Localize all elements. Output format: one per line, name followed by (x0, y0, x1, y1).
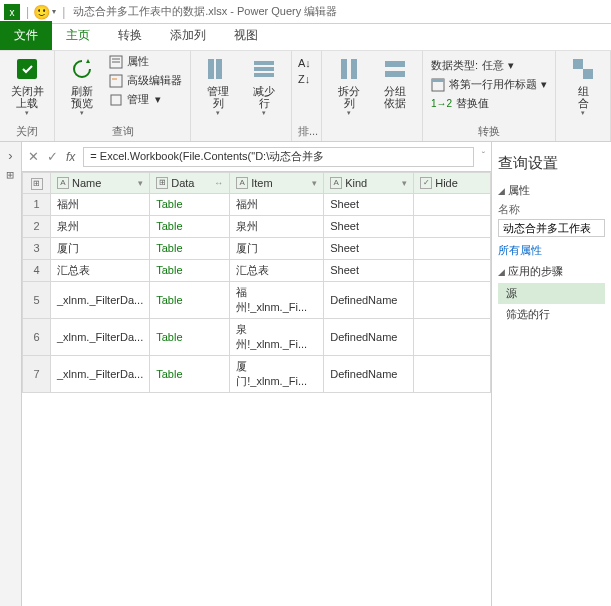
tab-file[interactable]: 文件 (0, 21, 52, 50)
data-grid[interactable]: ⊞ AName▾ ⊞Data↔ AItem▾ AKind▾ ✓Hide 1 福州… (22, 172, 491, 606)
table-row[interactable]: 3 厦门 Table 厦门 Sheet (23, 237, 491, 259)
formula-expand-button[interactable]: ˇ (482, 151, 485, 162)
sort-asc-button[interactable]: A↓ (298, 57, 311, 69)
cell-kind[interactable]: DefinedName (324, 281, 414, 318)
cell-kind[interactable]: DefinedName (324, 318, 414, 355)
col-data[interactable]: ⊞Data↔ (150, 173, 230, 194)
row-number[interactable]: 7 (23, 355, 51, 392)
col-kind[interactable]: AKind▾ (324, 173, 414, 194)
cell-item[interactable]: 福州 (230, 193, 324, 215)
cell-hidden[interactable] (414, 318, 491, 355)
row-number[interactable]: 5 (23, 281, 51, 318)
qat-dropdown-icon[interactable]: ▾ (52, 7, 56, 16)
corner-cell[interactable]: ⊞ (23, 173, 51, 194)
cell-name[interactable]: 汇总表 (51, 259, 150, 281)
cell-name[interactable]: 泉州 (51, 215, 150, 237)
table-row[interactable]: 5 _xlnm._FilterDa... Table 福州!_xlnm._Fi.… (23, 281, 491, 318)
step-filter[interactable]: 筛选的行 (498, 304, 605, 325)
smiley-icon[interactable]: 🙂 (33, 4, 50, 20)
cell-kind[interactable]: Sheet (324, 237, 414, 259)
row-number[interactable]: 1 (23, 193, 51, 215)
tab-home[interactable]: 主页 (52, 21, 104, 50)
row-number[interactable]: 2 (23, 215, 51, 237)
fx-icon[interactable]: fx (66, 150, 75, 164)
cell-data[interactable]: Table (150, 215, 230, 237)
cell-name[interactable]: _xlnm._FilterDa... (51, 318, 150, 355)
replace-values-button[interactable]: 1→2 替换值 (429, 95, 549, 112)
table-row[interactable]: 7 _xlnm._FilterDa... Table 厦门!_xlnm._Fi.… (23, 355, 491, 392)
cell-item[interactable]: 汇总表 (230, 259, 324, 281)
cell-hidden[interactable] (414, 237, 491, 259)
cell-item[interactable]: 厦门!_xlnm._Fi... (230, 355, 324, 392)
cell-data[interactable]: Table (150, 355, 230, 392)
col-item[interactable]: AItem▾ (230, 173, 324, 194)
refresh-button[interactable]: 刷新 预览 ▾ (61, 53, 103, 119)
close-load-button[interactable]: 关闭并 上载 ▾ (6, 53, 48, 119)
cell-name[interactable]: 福州 (51, 193, 150, 215)
group-sort: A↓ Z↓ 排... (292, 51, 322, 141)
query-name-input[interactable] (498, 219, 605, 237)
svg-rect-20 (573, 59, 583, 69)
datatype-button[interactable]: 数据类型: 任意 ▾ (429, 57, 549, 74)
tab-addcolumn[interactable]: 添加列 (156, 21, 220, 50)
cell-name[interactable]: 厦门 (51, 237, 150, 259)
filter-icon[interactable]: ▾ (138, 178, 143, 188)
cell-name[interactable]: _xlnm._FilterDa... (51, 281, 150, 318)
first-row-header-button[interactable]: 将第一行用作标题 ▾ (429, 76, 549, 93)
advanced-editor-button[interactable]: 高级编辑器 (107, 72, 184, 89)
cell-data[interactable]: Table (150, 193, 230, 215)
cell-hidden[interactable] (414, 259, 491, 281)
col-name[interactable]: AName▾ (51, 173, 150, 194)
step-source[interactable]: 源 (498, 283, 605, 304)
cell-kind[interactable]: Sheet (324, 259, 414, 281)
settings-steps-header[interactable]: 应用的步骤 (498, 264, 605, 279)
row-number[interactable]: 3 (23, 237, 51, 259)
formula-input[interactable] (83, 147, 473, 167)
manage-button[interactable]: 管理▾ (107, 91, 184, 108)
formula-cancel-button[interactable]: ✕ (28, 149, 39, 164)
queries-pane-toggle[interactable]: › (8, 148, 12, 163)
cell-hidden[interactable] (414, 193, 491, 215)
table-row[interactable]: 6 _xlnm._FilterDa... Table 泉州!_xlnm._Fi.… (23, 318, 491, 355)
cell-data[interactable]: Table (150, 237, 230, 259)
settings-properties-header[interactable]: 属性 (498, 183, 605, 198)
filter-icon[interactable]: ▾ (402, 178, 407, 188)
group-close: 关闭并 上载 ▾ 关闭 (0, 51, 55, 141)
cell-hidden[interactable] (414, 215, 491, 237)
all-properties-link[interactable]: 所有属性 (498, 243, 605, 258)
cell-kind[interactable]: Sheet (324, 193, 414, 215)
cell-item[interactable]: 福州!_xlnm._Fi... (230, 281, 324, 318)
tab-view[interactable]: 视图 (220, 21, 272, 50)
reduce-rows-button[interactable]: 减少 行 ▾ (243, 53, 285, 119)
cell-item[interactable]: 泉州 (230, 215, 324, 237)
editor-icon (109, 74, 123, 88)
table-row[interactable]: 2 泉州 Table 泉州 Sheet (23, 215, 491, 237)
cell-data[interactable]: Table (150, 281, 230, 318)
cell-data[interactable]: Table (150, 318, 230, 355)
cell-item[interactable]: 厦门 (230, 237, 324, 259)
properties-button[interactable]: 属性 (107, 53, 184, 70)
combine-button[interactable]: 组 合 ▾ (562, 53, 604, 119)
cell-hidden[interactable] (414, 355, 491, 392)
split-column-button[interactable]: 拆分 列 ▾ (328, 53, 370, 119)
sort-desc-button[interactable]: Z↓ (298, 73, 310, 85)
filter-icon[interactable]: ▾ (312, 178, 317, 188)
table-row[interactable]: 4 汇总表 Table 汇总表 Sheet (23, 259, 491, 281)
manage-columns-button[interactable]: 管理 列 ▾ (197, 53, 239, 119)
table-row[interactable]: 1 福州 Table 福州 Sheet (23, 193, 491, 215)
cell-kind[interactable]: DefinedName (324, 355, 414, 392)
queries-icon[interactable]: ⊞ (5, 171, 16, 179)
groupby-button[interactable]: 分组 依据 (374, 53, 416, 111)
col-hidden[interactable]: ✓Hide (414, 173, 491, 194)
expand-icon[interactable]: ↔ (214, 178, 223, 188)
formula-confirm-button[interactable]: ✓ (47, 149, 58, 164)
chevron-down-icon: ▾ (216, 109, 220, 117)
cell-name[interactable]: _xlnm._FilterDa... (51, 355, 150, 392)
cell-hidden[interactable] (414, 281, 491, 318)
cell-item[interactable]: 泉州!_xlnm._Fi... (230, 318, 324, 355)
tab-transform[interactable]: 转换 (104, 21, 156, 50)
row-number[interactable]: 4 (23, 259, 51, 281)
cell-data[interactable]: Table (150, 259, 230, 281)
row-number[interactable]: 6 (23, 318, 51, 355)
cell-kind[interactable]: Sheet (324, 215, 414, 237)
